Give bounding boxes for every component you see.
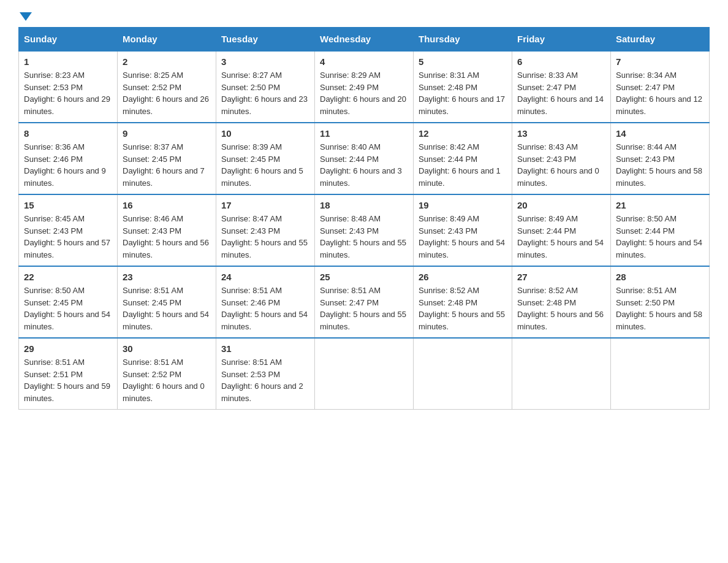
- calendar-cell: [512, 338, 611, 410]
- day-info: Sunrise: 8:39 AM Sunset: 2:45 PM Dayligh…: [221, 141, 309, 189]
- calendar-cell: 10 Sunrise: 8:39 AM Sunset: 2:45 PM Dayl…: [216, 123, 315, 194]
- calendar-cell: 7 Sunrise: 8:34 AM Sunset: 2:47 PM Dayli…: [611, 51, 710, 123]
- day-info: Sunrise: 8:51 AM Sunset: 2:53 PM Dayligh…: [221, 356, 309, 404]
- calendar-cell: 3 Sunrise: 8:27 AM Sunset: 2:50 PM Dayli…: [216, 51, 315, 123]
- calendar-header-thursday: Thursday: [414, 28, 512, 52]
- day-number: 26: [419, 272, 507, 282]
- day-info: Sunrise: 8:49 AM Sunset: 2:43 PM Dayligh…: [419, 213, 507, 261]
- calendar-cell: 22 Sunrise: 8:50 AM Sunset: 2:45 PM Dayl…: [19, 266, 118, 338]
- calendar-week-row: 15 Sunrise: 8:45 AM Sunset: 2:43 PM Dayl…: [19, 194, 710, 266]
- day-number: 30: [123, 343, 211, 354]
- calendar-cell: 9 Sunrise: 8:37 AM Sunset: 2:45 PM Dayli…: [118, 123, 216, 194]
- day-number: 19: [419, 200, 507, 210]
- calendar-cell: 5 Sunrise: 8:31 AM Sunset: 2:48 PM Dayli…: [414, 51, 512, 123]
- day-number: 1: [24, 56, 112, 67]
- calendar-week-row: 8 Sunrise: 8:36 AM Sunset: 2:46 PM Dayli…: [19, 123, 710, 194]
- day-number: 4: [320, 56, 408, 67]
- calendar-cell: 19 Sunrise: 8:49 AM Sunset: 2:43 PM Dayl…: [414, 194, 512, 266]
- day-info: Sunrise: 8:52 AM Sunset: 2:48 PM Dayligh…: [419, 285, 507, 332]
- day-info: Sunrise: 8:51 AM Sunset: 2:52 PM Dayligh…: [123, 356, 211, 404]
- calendar-cell: 14 Sunrise: 8:44 AM Sunset: 2:43 PM Dayl…: [611, 123, 710, 194]
- day-info: Sunrise: 8:51 AM Sunset: 2:45 PM Dayligh…: [123, 285, 211, 332]
- day-info: Sunrise: 8:50 AM Sunset: 2:45 PM Dayligh…: [24, 285, 112, 332]
- day-info: Sunrise: 8:40 AM Sunset: 2:44 PM Dayligh…: [320, 141, 408, 189]
- day-info: Sunrise: 8:51 AM Sunset: 2:51 PM Dayligh…: [24, 356, 112, 404]
- day-number: 15: [24, 200, 112, 210]
- day-info: Sunrise: 8:37 AM Sunset: 2:45 PM Dayligh…: [123, 141, 211, 189]
- calendar-cell: 17 Sunrise: 8:47 AM Sunset: 2:43 PM Dayl…: [216, 194, 315, 266]
- day-number: 21: [616, 200, 704, 210]
- calendar-cell: [611, 338, 710, 410]
- day-number: 16: [123, 200, 211, 210]
- calendar-cell: 26 Sunrise: 8:52 AM Sunset: 2:48 PM Dayl…: [414, 266, 512, 338]
- calendar-header-row: SundayMondayTuesdayWednesdayThursdayFrid…: [19, 28, 710, 52]
- calendar-cell: 31 Sunrise: 8:51 AM Sunset: 2:53 PM Dayl…: [216, 338, 315, 410]
- day-number: 10: [221, 128, 309, 139]
- day-info: Sunrise: 8:50 AM Sunset: 2:44 PM Dayligh…: [616, 213, 704, 261]
- calendar-cell: 29 Sunrise: 8:51 AM Sunset: 2:51 PM Dayl…: [19, 338, 118, 410]
- day-number: 2: [123, 56, 211, 67]
- calendar-table: SundayMondayTuesdayWednesdayThursdayFrid…: [18, 27, 710, 410]
- day-info: Sunrise: 8:43 AM Sunset: 2:43 PM Dayligh…: [517, 141, 605, 189]
- day-number: 8: [24, 128, 112, 139]
- day-info: Sunrise: 8:31 AM Sunset: 2:48 PM Dayligh…: [419, 69, 507, 117]
- day-info: Sunrise: 8:36 AM Sunset: 2:46 PM Dayligh…: [24, 141, 112, 189]
- day-info: Sunrise: 8:29 AM Sunset: 2:49 PM Dayligh…: [320, 69, 408, 117]
- calendar-week-row: 1 Sunrise: 8:23 AM Sunset: 2:53 PM Dayli…: [19, 51, 710, 123]
- calendar-cell: 12 Sunrise: 8:42 AM Sunset: 2:44 PM Dayl…: [414, 123, 512, 194]
- logo: [18, 12, 32, 21]
- day-number: 20: [517, 200, 605, 210]
- day-info: Sunrise: 8:51 AM Sunset: 2:46 PM Dayligh…: [221, 285, 309, 332]
- day-info: Sunrise: 8:52 AM Sunset: 2:48 PM Dayligh…: [517, 285, 605, 332]
- day-info: Sunrise: 8:46 AM Sunset: 2:43 PM Dayligh…: [123, 213, 211, 261]
- calendar-cell: 25 Sunrise: 8:51 AM Sunset: 2:47 PM Dayl…: [315, 266, 414, 338]
- calendar-header-saturday: Saturday: [611, 28, 710, 52]
- calendar-cell: 4 Sunrise: 8:29 AM Sunset: 2:49 PM Dayli…: [315, 51, 414, 123]
- day-number: 27: [517, 272, 605, 282]
- day-number: 11: [320, 128, 408, 139]
- calendar-header-wednesday: Wednesday: [315, 28, 414, 52]
- calendar-cell: 11 Sunrise: 8:40 AM Sunset: 2:44 PM Dayl…: [315, 123, 414, 194]
- calendar-cell: 8 Sunrise: 8:36 AM Sunset: 2:46 PM Dayli…: [19, 123, 118, 194]
- page-header: [18, 12, 710, 21]
- day-number: 29: [24, 343, 112, 354]
- day-info: Sunrise: 8:23 AM Sunset: 2:53 PM Dayligh…: [24, 69, 112, 117]
- calendar-cell: 2 Sunrise: 8:25 AM Sunset: 2:52 PM Dayli…: [118, 51, 216, 123]
- day-number: 22: [24, 272, 112, 282]
- calendar-cell: 21 Sunrise: 8:50 AM Sunset: 2:44 PM Dayl…: [611, 194, 710, 266]
- day-number: 9: [123, 128, 211, 139]
- day-number: 14: [616, 128, 704, 139]
- calendar-header-tuesday: Tuesday: [216, 28, 315, 52]
- day-info: Sunrise: 8:27 AM Sunset: 2:50 PM Dayligh…: [221, 69, 309, 117]
- calendar-cell: 16 Sunrise: 8:46 AM Sunset: 2:43 PM Dayl…: [118, 194, 216, 266]
- day-number: 17: [221, 200, 309, 210]
- day-number: 13: [517, 128, 605, 139]
- day-info: Sunrise: 8:33 AM Sunset: 2:47 PM Dayligh…: [517, 69, 605, 117]
- day-number: 24: [221, 272, 309, 282]
- day-number: 3: [221, 56, 309, 67]
- calendar-cell: 27 Sunrise: 8:52 AM Sunset: 2:48 PM Dayl…: [512, 266, 611, 338]
- day-info: Sunrise: 8:42 AM Sunset: 2:44 PM Dayligh…: [419, 141, 507, 189]
- day-number: 25: [320, 272, 408, 282]
- calendar-header-monday: Monday: [118, 28, 216, 52]
- calendar-cell: [414, 338, 512, 410]
- calendar-cell: 23 Sunrise: 8:51 AM Sunset: 2:45 PM Dayl…: [118, 266, 216, 338]
- day-info: Sunrise: 8:45 AM Sunset: 2:43 PM Dayligh…: [24, 213, 112, 261]
- day-info: Sunrise: 8:49 AM Sunset: 2:44 PM Dayligh…: [517, 213, 605, 261]
- day-number: 23: [123, 272, 211, 282]
- calendar-cell: 15 Sunrise: 8:45 AM Sunset: 2:43 PM Dayl…: [19, 194, 118, 266]
- calendar-cell: 28 Sunrise: 8:51 AM Sunset: 2:50 PM Dayl…: [611, 266, 710, 338]
- calendar-week-row: 29 Sunrise: 8:51 AM Sunset: 2:51 PM Dayl…: [19, 338, 710, 410]
- day-number: 6: [517, 56, 605, 67]
- day-number: 28: [616, 272, 704, 282]
- day-info: Sunrise: 8:51 AM Sunset: 2:47 PM Dayligh…: [320, 285, 408, 332]
- day-number: 31: [221, 343, 309, 354]
- calendar-cell: [315, 338, 414, 410]
- day-info: Sunrise: 8:48 AM Sunset: 2:43 PM Dayligh…: [320, 213, 408, 261]
- calendar-header-friday: Friday: [512, 28, 611, 52]
- calendar-cell: 1 Sunrise: 8:23 AM Sunset: 2:53 PM Dayli…: [19, 51, 118, 123]
- day-info: Sunrise: 8:47 AM Sunset: 2:43 PM Dayligh…: [221, 213, 309, 261]
- calendar-cell: 30 Sunrise: 8:51 AM Sunset: 2:52 PM Dayl…: [118, 338, 216, 410]
- logo-triangle-icon: [20, 12, 32, 21]
- day-number: 18: [320, 200, 408, 210]
